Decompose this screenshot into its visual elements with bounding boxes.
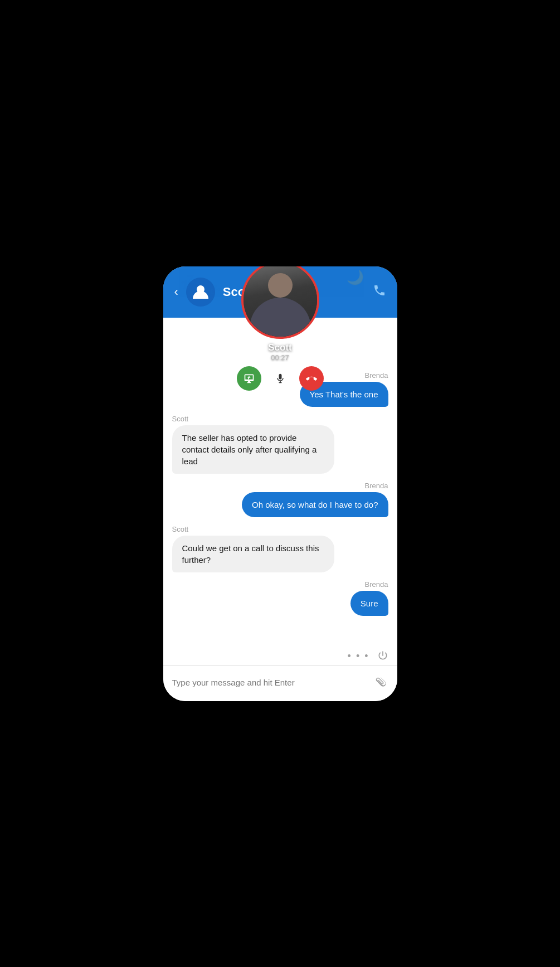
chat-messages: Brenda Yes That's the one Scott The sell… [163, 362, 397, 647]
phone-container: 💤 💤 🌙 ‹ Scott [163, 266, 397, 701]
sender-name: Scott [172, 415, 189, 423]
bottom-actions: • • • [163, 647, 397, 665]
paperclip-icon [372, 673, 389, 690]
call-controls [237, 366, 324, 391]
mic-icon [275, 373, 286, 384]
sender-name: Brenda [365, 482, 388, 490]
message-input[interactable] [172, 678, 371, 687]
message-group: Brenda Oh okay, so what do I have to do? [172, 482, 388, 517]
phone-icon [373, 284, 386, 297]
sender-name: Scott [172, 525, 189, 533]
attachment-button[interactable] [372, 673, 392, 692]
avatar-head [268, 273, 293, 298]
end-call-icon [306, 373, 317, 384]
message-bubble: The seller has opted to provide contact … [172, 425, 334, 474]
message-group: Brenda Sure [172, 580, 388, 616]
message-bubble: Sure [350, 591, 388, 616]
sender-name: Brenda [365, 371, 388, 380]
message-group: Scott The seller has opted to provide co… [172, 415, 388, 474]
more-options-button[interactable]: • • • [348, 650, 369, 662]
call-avatar [241, 266, 319, 339]
call-timer: 00:27 [271, 353, 289, 362]
call-contact-name: Scott [268, 342, 292, 353]
message-input-area[interactable] [163, 665, 397, 701]
message-group: Scott Could we get on a call to discuss … [172, 525, 388, 572]
mute-button[interactable] [268, 366, 293, 391]
phone-call-button[interactable] [373, 284, 386, 300]
back-button[interactable]: ‹ [174, 286, 178, 298]
avatar-body [250, 298, 311, 337]
screen-share-button[interactable] [237, 366, 261, 391]
message-bubble: Oh okay, so what do I have to do? [242, 492, 388, 517]
end-call-button[interactable] [299, 366, 324, 391]
screen-share-icon [244, 373, 255, 384]
contact-avatar [186, 278, 215, 307]
power-button[interactable] [377, 650, 388, 663]
message-bubble: Could we get on a call to discuss this f… [172, 536, 334, 572]
user-icon [192, 283, 210, 301]
power-icon [377, 650, 388, 661]
sender-name: Brenda [365, 580, 388, 589]
